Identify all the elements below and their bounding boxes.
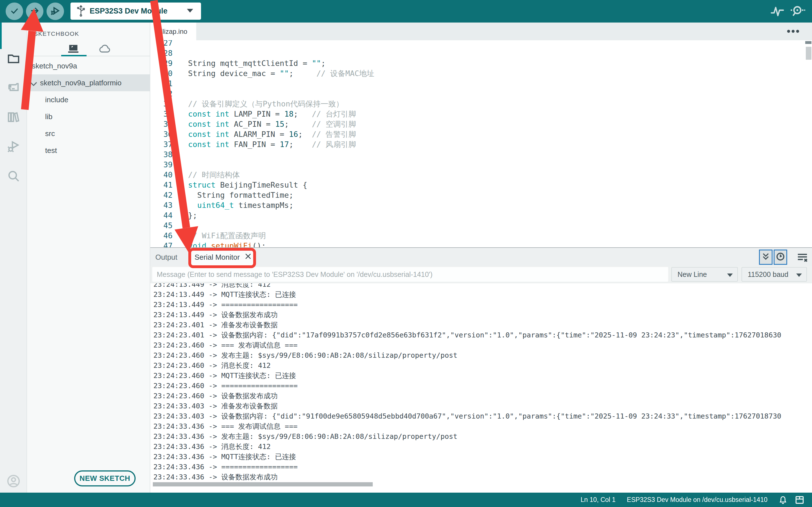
sketchbook-tree: sketch_nov9asketch_nov9a_platformioinclu… <box>27 57 150 159</box>
serial-line: 23:24:23.401 -> 准备发布设备数据 <box>153 320 781 330</box>
serial-line: 23:24:33.403 -> 准备发布设备数据 <box>153 401 781 411</box>
tree-item-sketch_nov9a[interactable]: sketch_nov9a <box>27 57 150 74</box>
clear-output-button[interactable] <box>797 252 808 263</box>
sidebar-item-search[interactable] <box>7 169 20 183</box>
bug-play-icon <box>7 149 20 154</box>
code-editor[interactable]: 272829String mqtt_mqttClientId = "";30St… <box>150 40 812 247</box>
serial-output[interactable]: 23:24:13.449 -> 消息长度: 41223:24:13.449 ->… <box>150 283 812 482</box>
line-number: 42 <box>150 190 172 200</box>
serial-line: 23:24:13.449 -> 设备数据发布成功 <box>153 310 781 320</box>
activity-bar <box>0 22 27 493</box>
line-number: 29 <box>150 58 172 68</box>
board-selector-label: ESP32S3 Dev Module <box>90 7 167 15</box>
serial-line: 23:24:33.403 -> 设备数据内容: {"did":"91f00de9… <box>153 411 781 421</box>
laptop-icon <box>67 43 80 56</box>
board-port-status[interactable]: ESP32S3 Dev Module on /dev/cu.usbserial-… <box>627 496 767 504</box>
serial-line: 23:24:23.401 -> 设备数据内容: {"did":"17af0991… <box>153 330 781 340</box>
line-number: 47 <box>150 241 172 247</box>
clear-output-icon <box>797 259 808 263</box>
tab-silizap-ino[interactable]: silizap.ino <box>150 22 196 40</box>
line-number: 34 <box>150 109 172 119</box>
sidebar-item-sketchbook[interactable] <box>7 52 20 65</box>
tab-local-sketchbook[interactable] <box>65 43 82 56</box>
serial-line: 23:24:23.460 -> 消息长度: 412 <box>153 360 781 371</box>
board-selector[interactable]: ESP32S3 Dev Module <box>70 3 201 20</box>
line-number: 45 <box>150 221 172 231</box>
code-line: 35const int AC_PIN = 15; // 空调引脚 <box>150 119 812 129</box>
code-line: 33// 设备引脚定义（与Python代码保持一致） <box>150 99 812 109</box>
sidebar-title: SKETCHBOOK <box>34 31 79 37</box>
tree-item-sketch_nov9a_platformio[interactable]: sketch_nov9a_platformio <box>27 74 150 91</box>
code-line: 39 <box>150 160 812 170</box>
sidebar-item-library-manager[interactable] <box>7 110 20 124</box>
active-tab-underline <box>61 55 87 56</box>
code-lines: 272829String mqtt_mqttClientId = "";30St… <box>150 40 812 247</box>
serial-plotter-button[interactable] <box>770 5 784 18</box>
sidebar-item-debug[interactable] <box>7 140 20 153</box>
code-line: 30String device_mac = ""; // 设备MAC地址 <box>150 68 812 78</box>
line-number: 46 <box>150 231 172 241</box>
panel-layout-icon[interactable] <box>795 496 804 504</box>
tab-cloud-sketchbook[interactable] <box>96 43 113 56</box>
line-number: 38 <box>150 150 172 160</box>
code-line: 37const int FAN_PIN = 17; // 风扇引脚 <box>150 139 812 150</box>
serial-line: 23:24:23.460 -> 发布主题: $sys/99/E8:06:90:A… <box>153 350 781 360</box>
active-tab-indicator <box>0 22 2 49</box>
more-menu-icon[interactable] <box>786 29 800 34</box>
chevron-down-icon <box>727 270 733 279</box>
line-ending-select[interactable]: New Line <box>671 267 738 282</box>
check-icon <box>10 6 19 17</box>
debug-button[interactable] <box>47 3 64 20</box>
code-line: 47void setupWiFi(); <box>150 241 812 247</box>
line-number: 33 <box>150 99 172 109</box>
line-number: 39 <box>150 160 172 170</box>
serial-output-lines: 23:24:13.449 -> 消息长度: 41223:24:13.449 ->… <box>153 283 781 482</box>
tree-item-lib[interactable]: lib <box>27 108 150 125</box>
close-icon[interactable] <box>245 253 252 262</box>
tab-output[interactable]: Output <box>155 248 177 267</box>
upload-button[interactable] <box>26 3 43 20</box>
chevron-down-icon <box>187 9 193 14</box>
horizontal-scrollbar[interactable] <box>153 482 373 487</box>
serial-line: 23:24:33.436 -> 设备数据发布成功 <box>153 472 781 482</box>
code-line: 44}; <box>150 210 812 221</box>
new-sketch-button[interactable]: NEW SKETCH <box>74 470 136 487</box>
chevron-down-icon <box>796 270 802 279</box>
sidebar-item-boards-manager[interactable] <box>7 81 20 94</box>
account-button[interactable] <box>7 474 20 488</box>
cursor-position[interactable]: Ln 10, Col 1 <box>580 496 615 504</box>
line-ending-value: New Line <box>677 270 707 279</box>
verify-button[interactable] <box>6 3 23 20</box>
tree-item-label: include <box>45 96 68 104</box>
autoscroll-toggle[interactable] <box>759 249 772 265</box>
tree-item-test[interactable]: test <box>27 142 150 159</box>
tree-item-label: test <box>45 146 57 155</box>
tree-item-include[interactable]: include <box>27 91 150 108</box>
serial-message-input[interactable]: Message (Enter to send message to 'ESP32… <box>152 267 668 282</box>
tab-serial-monitor[interactable]: Serial Monitor <box>190 248 254 266</box>
chevron-down-icon <box>30 80 37 89</box>
serial-line: 23:24:23.460 -> === 发布调试信息 === <box>153 340 781 350</box>
notifications-bell-icon[interactable] <box>779 496 787 504</box>
tree-item-src[interactable]: src <box>27 125 150 142</box>
editor-scrollbar[interactable] <box>806 47 811 60</box>
line-number: 40 <box>150 170 172 180</box>
search-icon <box>7 179 20 184</box>
code-line: 28 <box>150 48 812 58</box>
serial-line: 23:24:23.460 -> ================== <box>153 381 781 391</box>
code-line: 41struct BeijingTimeResult { <box>150 180 812 190</box>
serial-monitor-button[interactable] <box>790 4 805 20</box>
line-number: 35 <box>150 119 172 129</box>
serial-line: 23:24:33.436 -> ================== <box>153 462 781 472</box>
line-number: 31 <box>150 78 172 89</box>
serial-line: 23:24:23.460 -> MQTT连接状态: 已连接 <box>153 371 781 381</box>
baud-rate-select[interactable]: 115200 baud <box>742 267 807 282</box>
books-icon <box>7 120 20 124</box>
usb-icon <box>77 5 85 18</box>
serial-line: 23:24:13.449 -> ================== <box>153 300 781 310</box>
panel-header: Output Serial Monitor <box>150 247 812 266</box>
status-bar: Ln 10, Col 1 ESP32S3 Dev Module on /dev/… <box>0 493 812 507</box>
timestamp-toggle[interactable] <box>774 249 787 265</box>
code-line: 43 uint64_t timestampMs; <box>150 200 812 210</box>
line-number: 37 <box>150 139 172 150</box>
